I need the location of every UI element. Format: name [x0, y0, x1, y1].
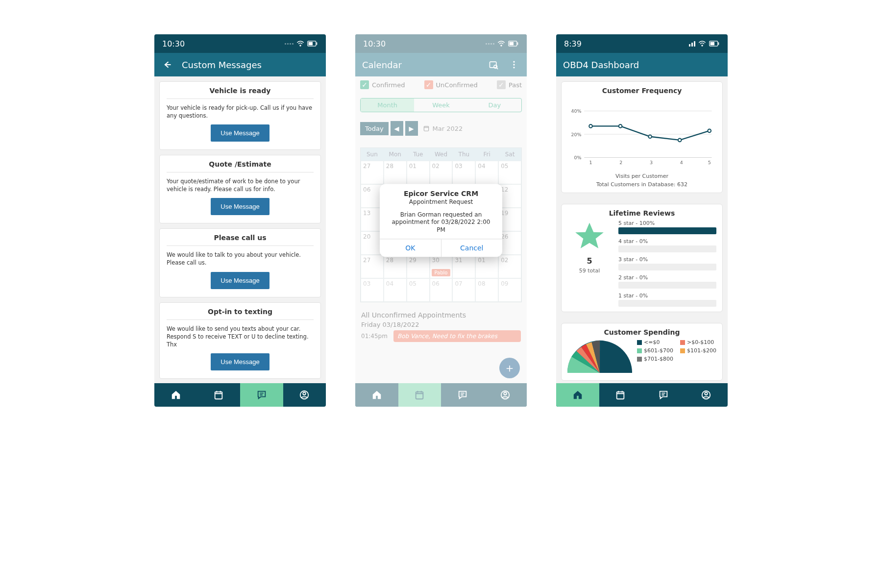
svg-text:20%: 20% — [571, 132, 581, 137]
use-message-button[interactable]: Use Message — [211, 124, 269, 142]
bottom-nav — [154, 383, 326, 407]
message-title: Opt-in to texting — [167, 308, 314, 320]
page-header: OBD4 Dashboard — [556, 53, 728, 76]
battery-icon — [307, 41, 318, 47]
svg-point-6 — [303, 392, 306, 395]
page-header: Custom Messages — [154, 53, 326, 76]
review-bars: 5 star - 100%4 star - 0%3 star - 0%2 sta… — [618, 220, 716, 307]
svg-text:2: 2 — [619, 160, 622, 165]
star-icon — [572, 220, 607, 252]
customer-frequency-card: Customer Frequency 40% 20% 0% 1 2 3 — [561, 81, 723, 193]
reviews-title: Lifetime Reviews — [567, 209, 716, 217]
svg-text:5: 5 — [708, 160, 711, 165]
phone-dashboard: 8:39 OBD4 Dashboard Custom — [556, 34, 728, 407]
nav-calendar[interactable] — [197, 383, 241, 407]
chart-title: Customer Frequency — [567, 87, 716, 95]
back-arrow-icon[interactable] — [161, 59, 173, 71]
message-card: Please call us We would like to talk to … — [159, 228, 321, 297]
review-bar-row: 5 star - 100% — [618, 220, 716, 234]
message-card: Quote /Estimate Your quote/estimate of w… — [159, 155, 321, 223]
svg-rect-2 — [317, 42, 318, 45]
appointment-request-modal: Epicor Service CRM Appointment Request B… — [380, 184, 502, 257]
svg-text:40%: 40% — [571, 108, 581, 114]
legend-item: <=$0 — [637, 339, 673, 345]
modal-line1: Appointment Request — [387, 198, 495, 206]
phone-calendar: 10:30 Calendar — [355, 34, 527, 407]
svg-point-36 — [619, 124, 622, 128]
review-bar-label: 4 star - 0% — [618, 238, 716, 245]
clock-time: 8:39 — [564, 39, 582, 49]
page-title: Custom Messages — [182, 60, 319, 70]
legend-item: >$0-$100 — [680, 339, 716, 345]
svg-point-0 — [300, 45, 301, 46]
message-title: Vehicle is ready — [167, 87, 314, 99]
message-card: Opt-in to texting We would like to send … — [159, 302, 321, 379]
nav-messages[interactable] — [642, 383, 685, 407]
svg-rect-4 — [215, 392, 222, 399]
review-bar-label: 1 star - 0% — [618, 293, 716, 299]
message-body: Your quote/estimate of work to be done t… — [167, 177, 314, 193]
review-score: 5 — [587, 256, 592, 266]
nav-profile[interactable] — [685, 383, 728, 407]
message-body: We would like to send you texts about yo… — [167, 325, 314, 348]
svg-rect-3 — [309, 42, 313, 46]
page-title: OBD4 Dashboard — [563, 60, 721, 70]
svg-rect-22 — [718, 42, 719, 45]
nav-home[interactable] — [556, 383, 599, 407]
svg-text:0%: 0% — [574, 155, 581, 160]
message-title: Please call us — [167, 234, 314, 246]
review-bar-row: 3 star - 0% — [618, 256, 716, 270]
review-bar-row: 4 star - 0% — [618, 238, 716, 252]
battery-icon — [709, 41, 720, 47]
nav-messages[interactable] — [240, 383, 283, 407]
modal-cancel-button[interactable]: Cancel — [441, 240, 503, 257]
clock-time: 10:30 — [162, 39, 185, 49]
legend-item: $101-$200 — [680, 347, 716, 354]
modal-ok-button[interactable]: OK — [380, 240, 441, 257]
svg-point-42 — [705, 392, 708, 395]
status-bar: 8:39 — [556, 34, 728, 53]
review-bar-row: 1 star - 0% — [618, 293, 716, 307]
review-bar-label: 5 star - 100% — [618, 220, 716, 226]
signal-dots-icon — [285, 43, 294, 45]
modal-line2: Brian Gorman requested an appointment fo… — [387, 211, 495, 234]
svg-text:3: 3 — [650, 160, 653, 165]
bottom-nav — [556, 383, 728, 407]
customer-spending-card: Customer Spending <=$0>$0-$100$601-$700$… — [561, 323, 723, 381]
wifi-icon — [296, 41, 304, 47]
svg-point-38 — [678, 139, 682, 142]
nav-calendar[interactable] — [599, 383, 642, 407]
svg-point-35 — [589, 124, 592, 128]
chart-xlabel: Visits per Customer — [567, 173, 716, 179]
use-message-button[interactable]: Use Message — [211, 272, 269, 289]
spending-title: Customer Spending — [567, 328, 716, 336]
spending-legend: <=$0>$0-$100$601-$700$101-$200$701-$800 — [637, 339, 716, 362]
legend-item: $601-$700 — [637, 347, 673, 354]
nav-home[interactable] — [154, 383, 197, 407]
message-body: We would like to talk to you about your … — [167, 251, 314, 267]
svg-point-37 — [648, 135, 652, 138]
review-bar-row: 2 star - 0% — [618, 274, 716, 289]
spending-pie-chart — [567, 339, 632, 378]
svg-text:1: 1 — [589, 160, 592, 165]
use-message-button[interactable]: Use Message — [211, 198, 269, 215]
signal-bars-icon — [689, 41, 695, 47]
svg-point-20 — [702, 45, 703, 46]
message-card: Vehicle is ready Your vehicle is ready f… — [159, 81, 321, 150]
status-bar: 10:30 — [154, 34, 326, 53]
review-bar-label: 2 star - 0% — [618, 274, 716, 281]
nav-profile[interactable] — [283, 383, 326, 407]
message-body: Your vehicle is ready for pick-up. Call … — [167, 104, 314, 120]
phone-custom-messages: 10:30 Custom Messages — [154, 34, 326, 407]
wifi-icon — [698, 41, 706, 47]
svg-point-39 — [708, 129, 711, 133]
legend-item: $701-$800 — [637, 356, 673, 362]
review-score-block: 5 59 total — [567, 220, 612, 307]
frequency-line-chart: 40% 20% 0% 1 2 3 4 5 — [567, 98, 716, 171]
svg-rect-40 — [617, 392, 624, 399]
use-message-button[interactable]: Use Message — [211, 353, 269, 370]
svg-rect-23 — [710, 42, 714, 46]
message-title: Quote /Estimate — [167, 160, 314, 172]
chart-footer: Total Customers in Database: 632 — [567, 181, 716, 188]
modal-title: Epicor Service CRM — [380, 190, 502, 197]
